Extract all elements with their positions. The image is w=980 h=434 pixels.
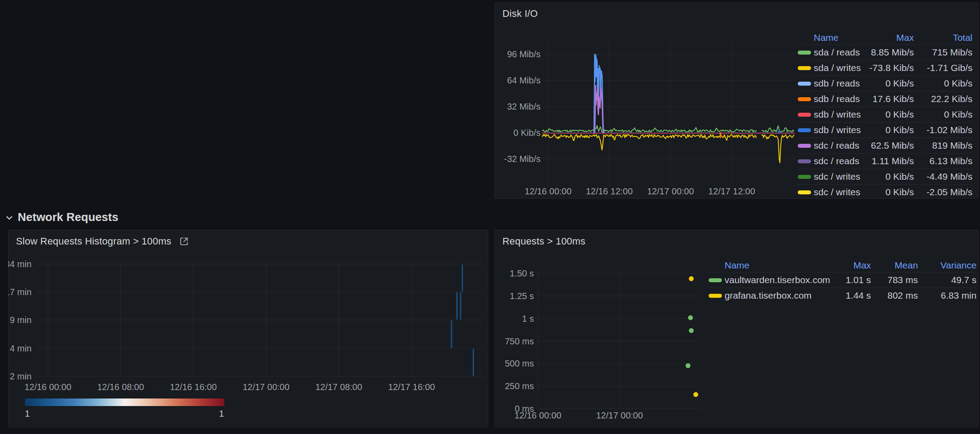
section-network-requests-label: Network Requests [18,210,118,224]
legend-value-mean: 802 ms [871,288,918,303]
legend-series-color [798,122,814,138]
panel-title-requests-label: Requests > 100ms [502,236,585,247]
series-color-dash [798,82,811,86]
series-color-dash [798,175,811,179]
series-color-dash [798,144,811,148]
series-line [762,135,794,163]
legend-header-spacer [709,259,725,272]
legend-value-total: 0 Kib/s [914,107,972,122]
y-axis-tick-label: 0 Kib/s [514,128,541,138]
heatmap-scale-min: 1 [25,409,30,419]
grafana-dashboard: { "colors": { "page_bg": "#111217", "pan… [0,0,980,434]
legend-value-max: 0 Kib/s [862,169,914,184]
x-axis-tick-label: 12/17 16:00 [388,382,435,392]
y-axis-tick-label: 9 min [10,315,31,325]
legend-value-total: 819 Mib/s [914,138,972,153]
legend-series-name[interactable]: grafana.tiserbox.com [725,288,830,303]
legend-series-color [798,153,814,169]
y-axis-tick-label: 750 ms [505,336,534,346]
external-link-icon[interactable] [178,236,190,247]
panel-title-slow-requests-label: Slow Requests Histogram > 100ms [16,236,171,247]
x-axis-tick-label: 12/17 08:00 [315,382,362,392]
y-axis-tick-label: 17 min [8,287,31,297]
legend-value-max: 62.5 Mib/s [862,138,914,153]
legend-value-total: -1.02 Mib/s [914,122,972,138]
legend-series-name[interactable]: sdc / reads [814,153,862,169]
legend-value-max: 8.85 Mib/s [862,44,914,60]
legend-series-name[interactable]: vaultwarden.tiserbox.com [725,272,830,288]
x-axis-tick-label: 12/16 00:00 [514,410,561,420]
series-color-dash [798,190,811,194]
legend-header-variance[interactable]: Variance [918,259,976,272]
legend-series-name[interactable]: sda / writes [814,60,862,75]
series-line [542,134,756,150]
legend-value-total: -1.71 Gib/s [914,60,972,75]
legend-series-color [798,184,814,199]
panel-requests-100ms: Requests > 100ms 1.50 s1.25 s1 s750 ms50… [494,230,979,427]
heatmap-cell [460,292,461,320]
legend-series-name[interactable]: sdb / writes [814,122,862,138]
scatter-point [689,276,694,281]
y-axis-tick-label: 64 Mib/s [507,75,541,85]
series-line [779,130,780,133]
legend-value-max: -73.8 Kib/s [862,60,914,75]
x-axis-tick-label: 12/17 00:00 [647,186,694,196]
legend-value-total: 0 Kib/s [914,75,972,91]
legend-series-name[interactable]: sdb / reads [814,91,862,107]
heatmap-cell [473,349,474,376]
y-axis-tick-label: 1.25 s [510,291,534,301]
legend-header-name[interactable]: Name [814,31,862,44]
legend-value-max: 0 Kib/s [862,75,914,91]
legend-value-total: 715 Mib/s [914,44,972,60]
legend-value-max: 0 Kib/s [862,107,914,122]
heatmap-cell [451,320,452,348]
panel-title-slow-requests[interactable]: Slow Requests Histogram > 100ms [16,236,190,247]
legend-value-max: 1.11 Mib/s [862,153,914,169]
legend-series-color [798,107,814,122]
y-axis-tick-label: 2 min [10,371,31,381]
x-axis-tick-label: 12/16 16:00 [170,382,217,392]
legend-series-name[interactable]: sdc / writes [814,169,862,184]
section-network-requests[interactable]: Network Requests [4,210,118,224]
series-color-dash [709,294,722,298]
legend-series-color [709,272,725,288]
legend-series-color [798,75,814,91]
legend-header-max[interactable]: Max [830,259,871,272]
panel-title-disk-io[interactable]: Disk I/O [502,8,538,20]
legend-value-variance: 6.83 min [918,288,976,303]
legend-series-name[interactable]: sdb / writes [814,107,862,122]
legend-header-max[interactable]: Max [862,31,914,44]
x-axis-tick-label: 12/16 12:00 [586,186,633,196]
scatter-point [689,328,694,333]
legend-series-name[interactable]: sdc / reads [814,138,862,153]
x-axis-tick-label: 12/16 00:00 [24,382,71,392]
legend-series-name[interactable]: sdb / reads [814,75,862,91]
legend-header-mean[interactable]: Mean [871,259,918,272]
legend-value-max: 1.44 s [830,288,871,303]
heatmap-cell [462,264,463,292]
legend-header-spacer [798,31,814,44]
series-color-dash [798,66,811,70]
legend-header-total[interactable]: Total [914,31,972,44]
y-axis-tick-label: 1 s [522,314,534,324]
heatmap-cell [456,292,458,320]
legend-series-name[interactable]: sda / reads [814,44,862,60]
x-axis-tick-label: 12/17 00:00 [596,410,643,420]
legend-series-name[interactable]: sdc / writes [814,184,862,199]
legend-value-mean: 783 ms [871,272,918,288]
legend-series-color [798,169,814,184]
y-axis-tick-label: 4 min [10,343,31,353]
panel-slow-requests-histogram: Slow Requests Histogram > 100ms 34 min17… [8,230,488,427]
y-axis-tick-label: 96 Mib/s [507,49,541,59]
slow-requests-heatmap-chart[interactable]: 34 min17 min9 min4 min2 min12/16 00:0012… [8,230,488,427]
y-axis-tick-label: -32 Mib/s [504,154,541,164]
series-color-dash [798,113,811,117]
y-axis-tick-label: 500 ms [505,359,534,368]
panel-disk-io: Disk I/O 96 Mib/s64 Mib/s32 Mib/s0 Kib/s… [494,2,979,199]
chevron-down-icon [4,213,14,222]
panel-title-requests[interactable]: Requests > 100ms [502,236,585,247]
scatter-point [694,392,698,397]
legend-value-total: -2.05 Mib/s [914,184,972,199]
legend-header-name[interactable]: Name [725,259,830,272]
series-color-dash [798,51,811,55]
